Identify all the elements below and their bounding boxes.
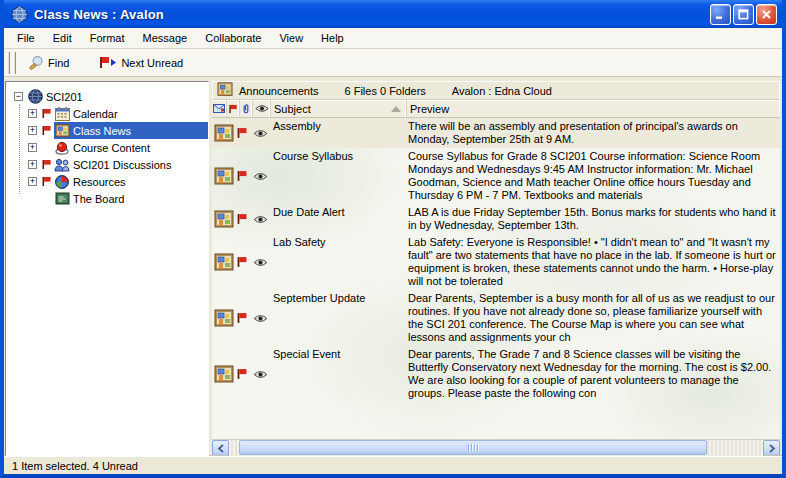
menu-message[interactable]: Message: [134, 29, 197, 47]
unread-flag-icon: [236, 204, 250, 234]
column-preview[interactable]: Preview: [407, 100, 780, 117]
sort-ascending-icon: [391, 106, 401, 112]
menu-view[interactable]: View: [270, 29, 312, 47]
eye-icon: [250, 204, 270, 234]
tree-item-the-board[interactable]: + The Board: [6, 190, 208, 207]
column-envelope[interactable]: [212, 100, 227, 117]
toolbar: Find Next Unread: [4, 49, 782, 77]
unread-flag-icon: [41, 125, 52, 136]
scrollbar-track[interactable]: [229, 440, 763, 456]
eye-icon: [250, 118, 270, 148]
list-item-due-date-alert[interactable]: Due Date Alert LAB A is due Friday Septe…: [212, 204, 780, 234]
scroll-right-button[interactable]: [763, 440, 780, 456]
message-panel: Announcements 6 Files 0 Folders Avalon :…: [212, 81, 780, 456]
expand-box-icon[interactable]: +: [28, 143, 37, 152]
row-preview: LAB A is due Friday September 15th. Bonu…: [406, 204, 780, 234]
column-header: Subject Preview: [212, 100, 780, 118]
course-content-icon: [54, 141, 70, 155]
expand-box-icon[interactable]: +: [28, 177, 37, 186]
toolbar-grip[interactable]: [8, 52, 16, 74]
tree-item-sci201-discussions[interactable]: + SCI201 Discussions: [6, 156, 208, 173]
window-title: Class News : Avalon: [34, 7, 708, 22]
tree-item-label: Class News: [72, 124, 134, 138]
unread-flag-icon: [41, 108, 52, 119]
expand-box-icon[interactable]: +: [28, 160, 37, 169]
expand-box-icon[interactable]: +: [28, 126, 37, 135]
conference-tree: − SCI201 + Calendar +: [5, 81, 209, 456]
envelope-icon: [213, 104, 225, 113]
row-preview: Lab Safety: Everyone is Responsible! • "…: [406, 234, 780, 290]
close-button[interactable]: [756, 4, 777, 25]
row-preview: Dear Parents, September is a busy month …: [406, 290, 780, 346]
minimize-button[interactable]: [710, 4, 731, 25]
file-folder-counts: 6 Files 0 Folders: [345, 85, 426, 97]
expand-box-icon[interactable]: +: [28, 109, 37, 118]
column-subject[interactable]: Subject: [271, 100, 407, 117]
unread-flag-icon: [236, 148, 250, 204]
row-subject: Special Event: [270, 346, 406, 402]
conference-info-bar: Announcements 6 Files 0 Folders Avalon :…: [212, 81, 780, 100]
tree-item-label: Calendar: [72, 107, 121, 121]
tree-root-sci201[interactable]: − SCI201: [6, 88, 208, 105]
tree-item-course-content[interactable]: + Course Content: [6, 139, 208, 156]
unread-flag-icon: [41, 159, 52, 170]
list-item-assembly[interactable]: Assembly There will be an assembly and p…: [212, 118, 780, 148]
menu-format[interactable]: Format: [81, 29, 134, 47]
maximize-button[interactable]: [733, 4, 754, 25]
conference-title: Announcements: [239, 85, 319, 97]
list-item-special-event[interactable]: Special Event Dear parents, The Grade 7 …: [212, 346, 780, 402]
eye-icon: [250, 346, 270, 402]
row-preview: There will be an assembly and presentati…: [406, 118, 780, 148]
horizontal-scrollbar: [212, 439, 780, 456]
calendar-icon: [54, 107, 70, 121]
list-item-september-update[interactable]: September Update Dear Parents, September…: [212, 290, 780, 346]
row-subject: Assembly: [270, 118, 406, 148]
column-flag[interactable]: [227, 100, 240, 117]
tree-item-calendar[interactable]: + Calendar: [6, 105, 208, 122]
list-item-course-syllabus[interactable]: Course Syllabus Course Syllabus for Grad…: [212, 148, 780, 204]
collapse-box-icon[interactable]: −: [14, 92, 23, 101]
discussions-icon: [54, 158, 70, 172]
menu-file[interactable]: File: [8, 29, 44, 47]
paperclip-icon: [242, 103, 250, 115]
title-bar: Class News : Avalon: [4, 0, 782, 28]
menu-edit[interactable]: Edit: [44, 29, 81, 47]
tree-item-label: SCI201 Discussions: [72, 158, 174, 172]
bulletin-icon: [212, 118, 236, 148]
tree-items: + Calendar + Class News: [6, 105, 208, 207]
unread-flag-icon: [236, 234, 250, 290]
bulletin-icon: [212, 204, 236, 234]
next-unread-label: Next Unread: [121, 57, 183, 69]
content-area: − SCI201 + Calendar +: [4, 77, 782, 456]
tree-item-resources[interactable]: + Resources: [6, 173, 208, 190]
menu-collaborate[interactable]: Collaborate: [196, 29, 270, 47]
row-subject: Course Syllabus: [270, 148, 406, 204]
tree-item-class-news[interactable]: + Class News: [6, 122, 208, 139]
eye-icon: [250, 234, 270, 290]
status-text: 1 Item selected. 4 Unread: [12, 460, 138, 472]
unread-flag-icon: [41, 176, 52, 187]
menu-help[interactable]: Help: [312, 29, 353, 47]
magnifier-icon: [28, 55, 44, 71]
unread-flag-icon: [236, 118, 250, 148]
list-item-lab-safety[interactable]: Lab Safety Lab Safety: Everyone is Respo…: [212, 234, 780, 290]
scrollbar-thumb[interactable]: [239, 440, 707, 455]
flag-icon: [228, 104, 238, 114]
tree-item-label: Course Content: [72, 141, 153, 155]
tree-root-label: SCI201: [45, 90, 86, 104]
resources-icon: [54, 175, 70, 189]
column-read-status[interactable]: [253, 100, 271, 117]
scroll-left-button[interactable]: [212, 440, 229, 456]
find-button[interactable]: Find: [22, 52, 75, 74]
menu-bar: FileEditFormatMessageCollaborateViewHelp: [4, 28, 782, 49]
row-preview: Course Syllabus for Grade 8 SCI201 Cours…: [406, 148, 780, 204]
tree-item-label: Resources: [72, 175, 129, 189]
status-bar: 1 Item selected. 4 Unread: [4, 456, 782, 474]
message-list: Assembly There will be an assembly and p…: [212, 118, 780, 439]
row-subject: Due Date Alert: [270, 204, 406, 234]
app-window: Class News : Avalon FileEditFormatMessag…: [0, 0, 786, 478]
bulletin-icon: [217, 82, 233, 99]
column-attachment[interactable]: [240, 100, 253, 117]
row-preview: Dear parents, The Grade 7 and 8 Science …: [406, 346, 780, 402]
next-unread-button[interactable]: Next Unread: [93, 53, 189, 72]
